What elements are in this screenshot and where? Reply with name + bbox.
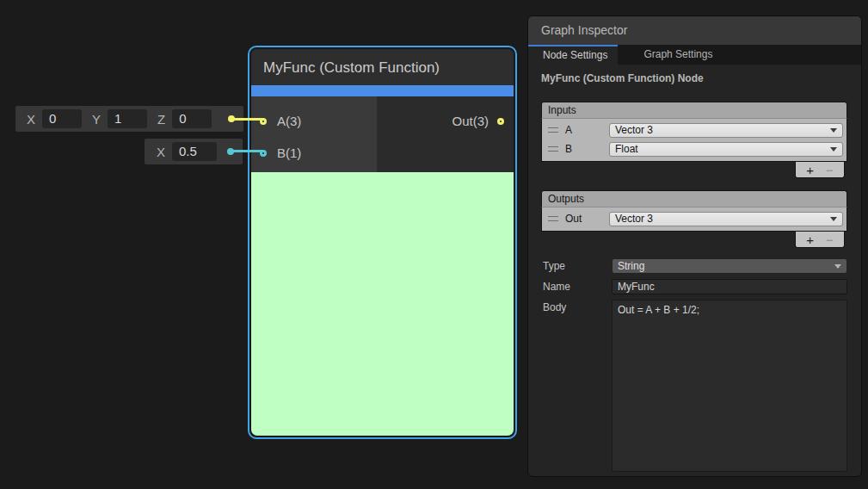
outputs-list-title: Outputs bbox=[541, 190, 847, 207]
dropdown-value: Vector 3 bbox=[615, 212, 653, 226]
vector3-y-field[interactable]: 1 bbox=[108, 109, 147, 128]
graph-inspector-panel: Graph Inspector Node Settings Graph Sett… bbox=[527, 15, 862, 477]
chevron-down-icon bbox=[830, 217, 837, 221]
field-label-x: X bbox=[157, 145, 165, 159]
body-row: Body Out = A + B + 1/2; bbox=[541, 300, 847, 472]
outputs-list-body: Out Vector 3 bbox=[541, 207, 847, 232]
type-dropdown[interactable]: String bbox=[612, 258, 847, 274]
node-preview bbox=[251, 172, 514, 436]
tab-graph-settings[interactable]: Graph Settings bbox=[629, 45, 723, 65]
output-row-name: Out bbox=[565, 213, 609, 225]
port-out-connector-icon[interactable] bbox=[497, 118, 504, 125]
name-label: Name bbox=[541, 279, 612, 293]
node-title-accent-bar bbox=[251, 85, 514, 96]
inputs-list-footer: + − bbox=[795, 162, 845, 178]
input-row-name: B bbox=[565, 143, 609, 155]
node-body: MyFunc (Custom Function) A(3) B(1) Out(3… bbox=[251, 49, 514, 436]
vector3-x-field[interactable]: 0 bbox=[42, 109, 82, 128]
node-settings-heading: MyFunc (Custom Function) Node bbox=[541, 72, 847, 84]
drag-handle-icon[interactable] bbox=[548, 146, 558, 152]
port-b-label: B(1) bbox=[277, 145, 301, 160]
field-label-x: X bbox=[27, 112, 35, 127]
add-input-button[interactable]: + bbox=[806, 163, 814, 177]
port-a-label: A(3) bbox=[277, 114, 301, 128]
input-b-type-dropdown[interactable]: Float bbox=[609, 142, 843, 157]
chevron-down-icon bbox=[830, 147, 837, 152]
dropdown-value: Vector 3 bbox=[615, 123, 653, 137]
name-field[interactable] bbox=[612, 279, 847, 294]
tab-node-settings[interactable]: Node Settings bbox=[528, 45, 618, 65]
remove-input-button[interactable]: − bbox=[826, 163, 834, 177]
inspector-title[interactable]: Graph Inspector bbox=[528, 16, 861, 45]
node-ports-section: A(3) B(1) Out(3) bbox=[251, 96, 514, 172]
outputs-list-footer: + − bbox=[795, 232, 845, 248]
float-x-field[interactable]: 0.5 bbox=[172, 142, 217, 161]
edge-to-port-b[interactable] bbox=[231, 150, 263, 152]
field-label-z: Z bbox=[157, 112, 165, 127]
outputs-list: Outputs Out Vector 3 + − bbox=[541, 190, 847, 248]
custom-function-node[interactable]: MyFunc (Custom Function) A(3) B(1) Out(3… bbox=[248, 46, 517, 439]
float-input-widget: X 0.5 bbox=[145, 139, 243, 164]
node-title: MyFunc (Custom Function) bbox=[251, 49, 514, 85]
inputs-list-body: A Vector 3 B Float bbox=[541, 119, 847, 162]
inspector-content: MyFunc (Custom Function) Node Inputs A V… bbox=[528, 65, 861, 472]
list-item: B Float bbox=[542, 139, 846, 158]
port-out-label: Out(3) bbox=[452, 114, 489, 128]
name-row: Name bbox=[541, 279, 847, 294]
input-ports-column: A(3) B(1) bbox=[251, 96, 377, 172]
list-item: Out Vector 3 bbox=[542, 209, 846, 228]
chevron-down-icon bbox=[834, 264, 841, 269]
output-out-type-dropdown[interactable]: Vector 3 bbox=[609, 212, 843, 226]
chevron-down-icon bbox=[830, 128, 837, 133]
port-row-b: B(1) bbox=[251, 137, 377, 169]
vector3-input-widget: X 0 Y 1 Z 0 bbox=[15, 106, 243, 132]
drag-handle-icon[interactable] bbox=[548, 216, 558, 221]
port-row-a: A(3) bbox=[251, 105, 377, 137]
input-row-name: A bbox=[565, 124, 609, 136]
edge-to-port-a[interactable] bbox=[231, 118, 263, 121]
add-output-button[interactable]: + bbox=[806, 232, 814, 247]
field-label-y: Y bbox=[92, 112, 101, 127]
type-label: Type bbox=[541, 258, 612, 272]
port-row-out: Out(3) bbox=[377, 105, 514, 137]
output-ports-column: Out(3) bbox=[377, 96, 514, 172]
inputs-list: Inputs A Vector 3 B Float bbox=[541, 102, 847, 178]
inspector-tabs: Node Settings Graph Settings bbox=[528, 45, 861, 65]
dropdown-value: String bbox=[618, 259, 644, 273]
remove-output-button[interactable]: − bbox=[826, 232, 834, 247]
dropdown-value: Float bbox=[615, 142, 638, 156]
type-row: Type String bbox=[541, 258, 847, 274]
vector3-z-field[interactable]: 0 bbox=[172, 109, 212, 128]
inputs-list-title: Inputs bbox=[541, 102, 847, 119]
body-field[interactable]: Out = A + B + 1/2; bbox=[612, 300, 847, 472]
input-a-type-dropdown[interactable]: Vector 3 bbox=[609, 123, 843, 138]
body-label: Body bbox=[541, 300, 612, 313]
drag-handle-icon[interactable] bbox=[548, 127, 558, 133]
list-item: A Vector 3 bbox=[542, 121, 846, 139]
